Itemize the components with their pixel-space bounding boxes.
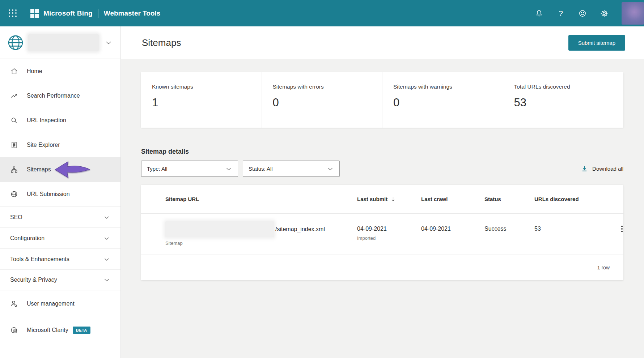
sidebar-item-search-performance[interactable]: Search Performance bbox=[0, 84, 120, 108]
notifications-bell-icon[interactable] bbox=[535, 9, 543, 18]
last-submit-date: 04-09-2021 bbox=[357, 221, 421, 232]
download-all-button[interactable]: Download all bbox=[581, 165, 623, 172]
settings-gear-icon[interactable] bbox=[600, 9, 609, 18]
person-icon bbox=[10, 300, 18, 308]
stat-value: 0 bbox=[273, 96, 379, 109]
row-actions-kebab-icon[interactable] bbox=[619, 221, 624, 246]
globe-icon bbox=[10, 190, 18, 198]
type-filter-dropdown[interactable]: Type: All bbox=[141, 161, 238, 177]
document-list-icon bbox=[10, 141, 18, 149]
last-submit-note: Imported bbox=[357, 235, 421, 241]
redacted-domain bbox=[165, 221, 274, 237]
sidebar-item-label: Site Explorer bbox=[27, 142, 60, 148]
sidebar-group-seo[interactable]: SEO bbox=[0, 206, 120, 227]
cell-sitemap-url[interactable]: /sitemap_index.xml Sitemap bbox=[165, 221, 357, 246]
trend-up-icon bbox=[10, 92, 18, 100]
sidebar-item-label: User management bbox=[27, 301, 75, 307]
sidebar-group-label: Configuration bbox=[10, 235, 45, 242]
sidebar-item-home[interactable]: Home bbox=[0, 59, 120, 84]
column-header-urls-discovered[interactable]: URLs discovered bbox=[534, 196, 619, 202]
stats-strip: Known sitemaps 1 Sitemaps with errors 0 … bbox=[141, 72, 623, 128]
sidebar-item-label: URL Inspection bbox=[27, 117, 66, 124]
magnifier-icon bbox=[10, 116, 18, 124]
sitemap-type-label: Sitemap bbox=[165, 240, 357, 246]
sidebar-item-url-inspection[interactable]: URL Inspection bbox=[0, 108, 120, 133]
app-header: Microsoft Bing Webmaster Tools ? bbox=[0, 0, 644, 26]
sitemap-details-heading: Sitemap details bbox=[141, 148, 623, 155]
chevron-down-icon bbox=[103, 276, 110, 284]
sidebar-group-label: Tools & Enhancements bbox=[10, 256, 69, 263]
sidebar-item-sitemaps[interactable]: Sitemaps bbox=[0, 157, 120, 182]
sidebar-item-user-management[interactable]: User management bbox=[0, 290, 120, 317]
stat-value: 53 bbox=[514, 96, 620, 109]
sidebar-item-label: Home bbox=[27, 68, 42, 74]
brand-name: Microsoft Bing bbox=[43, 9, 93, 17]
sort-descending-icon bbox=[390, 196, 396, 202]
site-selector[interactable] bbox=[0, 26, 120, 59]
annotation-arrow bbox=[54, 161, 90, 179]
stat-label: Sitemaps with errors bbox=[273, 84, 379, 90]
microsoft-logo bbox=[30, 9, 39, 18]
cell-last-crawl: 04-09-2021 bbox=[421, 221, 484, 246]
chevron-down-icon bbox=[225, 165, 232, 172]
sidebar-group-label: SEO bbox=[10, 214, 22, 221]
sidebar-group-label: Security & Privacy bbox=[10, 277, 57, 283]
waffle-menu-icon[interactable] bbox=[8, 9, 17, 18]
row-count: 1 row bbox=[597, 265, 610, 270]
cell-urls-discovered: 53 bbox=[534, 221, 619, 246]
stat-value: 0 bbox=[393, 96, 499, 109]
main-content: Sitemaps Submit sitemap Known sitemaps 1… bbox=[121, 26, 644, 358]
table-header-row: Sitemap URL Last submit Last crawl Statu… bbox=[141, 185, 623, 214]
chevron-down-icon bbox=[327, 165, 334, 172]
stat-total-urls-discovered: Total URLs discovered 53 bbox=[503, 72, 624, 128]
sitemaps-table: Sitemap URL Last submit Last crawl Statu… bbox=[141, 185, 623, 280]
page-header: Sitemaps Submit sitemap bbox=[121, 26, 644, 59]
stat-known-sitemaps: Known sitemaps 1 bbox=[141, 72, 262, 128]
sidebar-item-site-explorer[interactable]: Site Explorer bbox=[0, 133, 120, 157]
site-globe-icon bbox=[7, 34, 24, 51]
submit-sitemap-button[interactable]: Submit sitemap bbox=[568, 35, 625, 51]
stat-label: Known sitemaps bbox=[152, 84, 258, 90]
chevron-down-icon bbox=[105, 39, 113, 47]
column-header-status[interactable]: Status bbox=[484, 196, 534, 202]
table-row[interactable]: /sitemap_index.xml Sitemap 04-09-2021 Im… bbox=[141, 214, 623, 255]
chevron-down-icon bbox=[103, 235, 110, 242]
sidebar-item-label: Microsoft Clarity bbox=[27, 327, 68, 333]
home-icon bbox=[10, 67, 18, 75]
feedback-smiley-icon[interactable] bbox=[578, 9, 587, 18]
stat-value: 1 bbox=[152, 96, 258, 109]
status-filter-dropdown[interactable]: Status: All bbox=[243, 161, 340, 177]
download-all-label: Download all bbox=[592, 166, 623, 172]
column-header-last-submit[interactable]: Last submit bbox=[357, 196, 421, 202]
product-name: Webmaster Tools bbox=[104, 9, 161, 17]
stat-sitemaps-with-errors: Sitemaps with errors 0 bbox=[262, 72, 382, 128]
sidebar-group-security-privacy[interactable]: Security & Privacy bbox=[0, 269, 120, 290]
sidebar-item-label: Search Performance bbox=[27, 93, 80, 99]
redacted-site-name bbox=[28, 34, 99, 51]
cell-status: Success bbox=[484, 221, 534, 246]
header-divider bbox=[98, 9, 98, 18]
stat-label: Total URLs discovered bbox=[514, 84, 620, 90]
beta-badge: BETA bbox=[73, 327, 90, 334]
sidebar-item-microsoft-clarity[interactable]: Microsoft Clarity BETA bbox=[0, 317, 120, 343]
chevron-down-icon bbox=[103, 256, 110, 263]
status-filter-value: Status: All bbox=[249, 166, 273, 172]
sidebar-group-configuration[interactable]: Configuration bbox=[0, 227, 120, 248]
page-title: Sitemaps bbox=[142, 37, 181, 48]
org-chart-icon bbox=[10, 166, 18, 174]
sidebar-group-tools-enhancements[interactable]: Tools & Enhancements bbox=[0, 248, 120, 269]
column-header-last-crawl[interactable]: Last crawl bbox=[421, 196, 484, 202]
sidebar-item-url-submission[interactable]: URL Submission bbox=[0, 182, 120, 206]
help-icon[interactable]: ? bbox=[556, 9, 565, 18]
stat-sitemaps-with-warnings: Sitemaps with warnings 0 bbox=[382, 72, 503, 128]
sidebar-item-label: Sitemaps bbox=[27, 166, 51, 173]
type-filter-value: Type: All bbox=[147, 166, 168, 172]
table-footer: 1 row bbox=[141, 255, 623, 280]
column-header-sitemap-url[interactable]: Sitemap URL bbox=[165, 196, 357, 202]
account-avatar[interactable] bbox=[622, 2, 644, 25]
sidebar: Home Search Performance URL Inspection S… bbox=[0, 26, 121, 358]
cell-last-submit: 04-09-2021 Imported bbox=[357, 221, 421, 246]
stat-label: Sitemaps with warnings bbox=[393, 84, 499, 90]
chevron-down-icon bbox=[103, 214, 110, 221]
clarity-icon bbox=[10, 326, 18, 334]
